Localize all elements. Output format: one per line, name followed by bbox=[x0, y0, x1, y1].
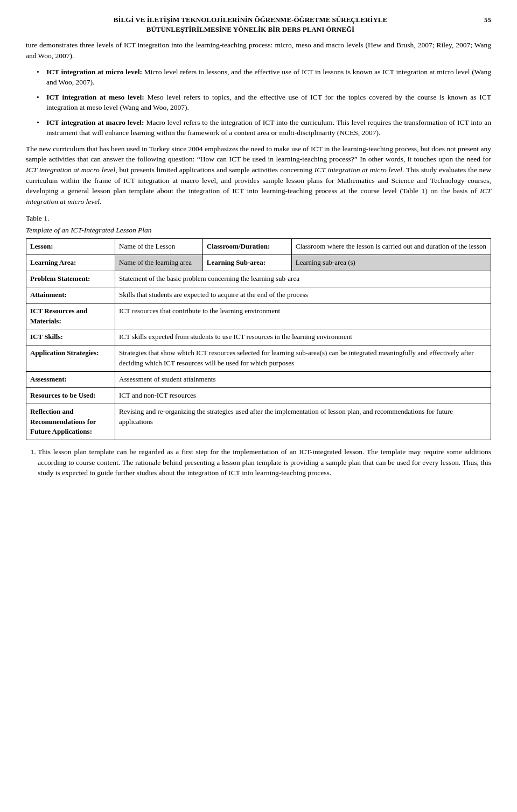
bullet-macro-label: ICT integration at macro level: bbox=[46, 118, 144, 126]
table-row-resources: Resources to be Used: ICT and non-ICT re… bbox=[26, 387, 491, 404]
ict-resources-value: ICT resources that contribute to the lea… bbox=[115, 303, 491, 329]
page-number: 55 bbox=[475, 15, 491, 25]
resources-label: Resources to be Used: bbox=[26, 387, 115, 404]
numbered-list: This lesson plan template can be regarde… bbox=[26, 447, 491, 478]
problem-label: Problem Statement: bbox=[26, 271, 115, 287]
numbered-item-1: This lesson plan template can be regarde… bbox=[38, 447, 491, 478]
learning-area-value: Name of the learning area bbox=[115, 255, 203, 271]
table-row-ict-resources: ICT Resources and Materials: ICT resourc… bbox=[26, 303, 491, 329]
learning-area-label: Learning Area: bbox=[26, 255, 115, 271]
attainment-value: Skills that students are expected to acq… bbox=[115, 287, 491, 303]
page-header: BİLGİ VE İLETİŞİM TEKNOLOJİLERİNİN ÖĞREN… bbox=[26, 15, 491, 34]
classroom-label: Classroom/Duration: bbox=[202, 239, 291, 255]
table-row-assessment: Assessment: Assessment of student attain… bbox=[26, 371, 491, 387]
app-strategies-label: Application Strategies: bbox=[26, 345, 115, 372]
table-row-app-strategies: Application Strategies: Strategies that … bbox=[26, 345, 491, 372]
table-row-learning-area: Learning Area: Name of the learning area… bbox=[26, 255, 491, 271]
ict-resources-label: ICT Resources and Materials: bbox=[26, 303, 115, 329]
header-title: BİLGİ VE İLETİŞİM TEKNOLOJİLERİNİN ÖĞREN… bbox=[26, 15, 475, 34]
reflection-label: Reflection and Recommendations for Futur… bbox=[26, 404, 115, 440]
table-row-problem: Problem Statement: Statement of the basi… bbox=[26, 271, 491, 287]
intro-paragraph: ture demonstrates three levels of ICT in… bbox=[26, 40, 491, 61]
bullet-list: ICT integration at micro level: Micro le… bbox=[37, 67, 491, 138]
attainment-label: Attainment: bbox=[26, 287, 115, 303]
reflection-value: Revising and re-organizing the strategie… bbox=[115, 404, 491, 440]
body-paragraph: The new curriculum that has been used in… bbox=[26, 144, 491, 207]
bullet-item-macro: ICT integration at macro level: Macro le… bbox=[37, 117, 491, 138]
classroom-value: Classroom where the lesson is carried ou… bbox=[291, 239, 491, 255]
ict-skills-value: ICT skills expected from students to use… bbox=[115, 329, 491, 345]
table-row-ict-skills: ICT Skills: ICT skills expected from stu… bbox=[26, 329, 491, 345]
lesson-label: Lesson: bbox=[26, 239, 115, 255]
table-caption: Template of an ICT-Integrated Lesson Pla… bbox=[26, 225, 491, 236]
table-label: Table 1. bbox=[26, 213, 491, 224]
lesson-value: Name of the Lesson bbox=[115, 239, 203, 255]
app-strategies-value: Strategies that show which ICT resources… bbox=[115, 345, 491, 372]
ict-skills-label: ICT Skills: bbox=[26, 329, 115, 345]
resources-value: ICT and non-ICT resources bbox=[115, 387, 491, 404]
table-row-lesson: Lesson: Name of the Lesson Classroom/Dur… bbox=[26, 239, 491, 255]
lesson-plan-table: Lesson: Name of the Lesson Classroom/Dur… bbox=[26, 238, 491, 440]
sub-area-value: Learning sub-area (s) bbox=[291, 255, 491, 271]
assessment-label: Assessment: bbox=[26, 371, 115, 387]
table-row-attainment: Attainment: Skills that students are exp… bbox=[26, 287, 491, 303]
assessment-value: Assessment of student attainments bbox=[115, 371, 491, 387]
bullet-item-meso: ICT integration at meso level: Meso leve… bbox=[37, 92, 491, 113]
table-row-reflection: Reflection and Recommendations for Futur… bbox=[26, 404, 491, 440]
bullet-item-micro: ICT integration at micro level: Micro le… bbox=[37, 67, 491, 88]
bullet-meso-label: ICT integration at meso level: bbox=[46, 93, 144, 101]
problem-value: Statement of the basic problem concernin… bbox=[115, 271, 491, 287]
bullet-micro-label: ICT integration at micro level: bbox=[46, 68, 142, 76]
sub-area-label: Learning Sub-area: bbox=[202, 255, 291, 271]
